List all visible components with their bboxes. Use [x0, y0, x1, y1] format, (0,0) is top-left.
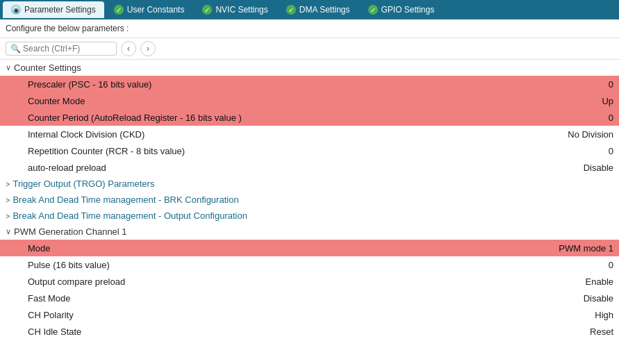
pwm-param-row[interactable]: CH Polarity High: [0, 306, 619, 323]
search-input-wrap[interactable]: 🔍: [6, 42, 117, 56]
pwm-channel-chevron: ∨: [6, 227, 11, 236]
counter-param-row[interactable]: Counter Mode Up: [0, 92, 619, 109]
counter-param-row[interactable]: Counter Period (AutoReload Register - 16…: [0, 109, 619, 126]
param-value: Up: [530, 96, 613, 106]
counter-settings-label: Counter Settings: [14, 63, 81, 73]
tab-dma-settings-label: DMA Settings: [299, 5, 350, 15]
counter-settings-chevron: ∨: [6, 63, 11, 72]
collapsed-chevron: >: [6, 196, 10, 204]
param-value: 0: [530, 260, 613, 270]
param-value: Reset: [530, 326, 613, 337]
param-name: Output compare preload: [28, 276, 530, 287]
collapsed-section-label: Trigger Output (TRGO) Parameters: [13, 179, 154, 189]
user-constants-icon: ✓: [114, 5, 124, 15]
param-value: High: [530, 310, 613, 320]
pwm-param-row[interactable]: CH Idle State Reset: [0, 323, 619, 340]
pwm-channel-label: PWM Generation Channel 1: [14, 226, 127, 237]
counter-param-row[interactable]: Prescaler (PSC - 16 bits value) 0: [0, 76, 619, 92]
param-tree: ∨ Counter Settings Prescaler (PSC - 16 b…: [0, 60, 619, 340]
param-name: Pulse (16 bits value): [28, 260, 530, 270]
collapsed-section-header[interactable]: > Break And Dead Time management - BRK C…: [0, 192, 619, 208]
counter-param-row[interactable]: Repetition Counter (RCR - 8 bits value) …: [0, 142, 619, 159]
pwm-param-row[interactable]: Mode PWM mode 1: [0, 240, 619, 256]
collapsed-section-label: Break And Dead Time management - BRK Con…: [13, 195, 238, 205]
tab-nvic-settings[interactable]: ✓ NVIC Settings: [194, 1, 276, 18]
content-area: Configure the below parameters : 🔍 ‹ › ∨…: [0, 19, 619, 364]
pwm-channel-header[interactable]: ∨ PWM Generation Channel 1: [0, 224, 619, 240]
tab-gpio-settings[interactable]: ✓ GPIO Settings: [360, 1, 443, 18]
counter-param-row[interactable]: auto-reload preload Disable: [0, 159, 619, 176]
param-value: Disable: [530, 163, 613, 173]
search-bar: 🔍 ‹ ›: [0, 38, 619, 60]
collapsed-sections-list: > Trigger Output (TRGO) Parameters> Brea…: [0, 176, 619, 224]
search-icon: 🔍: [10, 44, 21, 53]
param-name: Counter Period (AutoReload Register - 16…: [28, 113, 530, 123]
tab-nvic-settings-label: NVIC Settings: [215, 5, 267, 15]
tab-parameter-settings-label: Parameter Settings: [24, 5, 96, 15]
config-label: Configure the below parameters :: [0, 19, 619, 38]
tab-user-constants[interactable]: ✓ User Constants: [106, 1, 193, 18]
tab-user-constants-label: User Constants: [127, 5, 185, 15]
param-name: Fast Mode: [28, 293, 530, 304]
counter-params-list: Prescaler (PSC - 16 bits value) 0 Counte…: [0, 76, 619, 176]
parameter-settings-icon: ◉: [11, 5, 21, 15]
gpio-settings-icon: ✓: [368, 5, 378, 15]
param-name: Mode: [28, 243, 530, 254]
param-value: Disable: [530, 293, 613, 304]
collapsed-chevron: >: [6, 180, 10, 188]
param-value: 0: [530, 113, 613, 123]
pwm-params-list: Mode PWM mode 1 Pulse (16 bits value) 0 …: [0, 240, 619, 340]
param-name: CH Polarity: [28, 310, 530, 320]
next-button[interactable]: ›: [140, 41, 156, 56]
nvic-settings-icon: ✓: [202, 5, 212, 15]
collapsed-section-header[interactable]: > Break And Dead Time management - Outpu…: [0, 208, 619, 224]
tab-parameter-settings[interactable]: ◉ Parameter Settings: [3, 1, 104, 18]
counter-param-row[interactable]: Internal Clock Division (CKD) No Divisio…: [0, 126, 619, 142]
param-value: 0: [530, 146, 613, 156]
collapsed-chevron: >: [6, 212, 10, 220]
dma-settings-icon: ✓: [286, 5, 296, 15]
param-name: CH Idle State: [28, 326, 530, 337]
search-input[interactable]: [23, 44, 113, 53]
param-name: auto-reload preload: [28, 163, 530, 173]
param-value: PWM mode 1: [530, 243, 613, 254]
param-name: Prescaler (PSC - 16 bits value): [28, 79, 530, 90]
collapsed-section-label: Break And Dead Time management - Output …: [13, 210, 247, 221]
counter-settings-header[interactable]: ∨ Counter Settings: [0, 60, 619, 76]
pwm-param-row[interactable]: Output compare preload Enable: [0, 273, 619, 290]
tab-dma-settings[interactable]: ✓ DMA Settings: [278, 1, 358, 18]
collapsed-section-header[interactable]: > Trigger Output (TRGO) Parameters: [0, 176, 619, 192]
prev-button[interactable]: ‹: [121, 41, 136, 56]
param-name: Counter Mode: [28, 96, 530, 106]
param-name: Repetition Counter (RCR - 8 bits value): [28, 146, 530, 156]
param-value: No Division: [530, 129, 613, 140]
param-value: Enable: [530, 276, 613, 287]
pwm-param-row[interactable]: Pulse (16 bits value) 0: [0, 256, 619, 273]
pwm-param-row[interactable]: Fast Mode Disable: [0, 290, 619, 306]
tab-gpio-settings-label: GPIO Settings: [381, 5, 435, 15]
tab-bar: ◉ Parameter Settings ✓ User Constants ✓ …: [0, 0, 619, 19]
param-value: 0: [530, 79, 613, 90]
param-name: Internal Clock Division (CKD): [28, 129, 530, 140]
